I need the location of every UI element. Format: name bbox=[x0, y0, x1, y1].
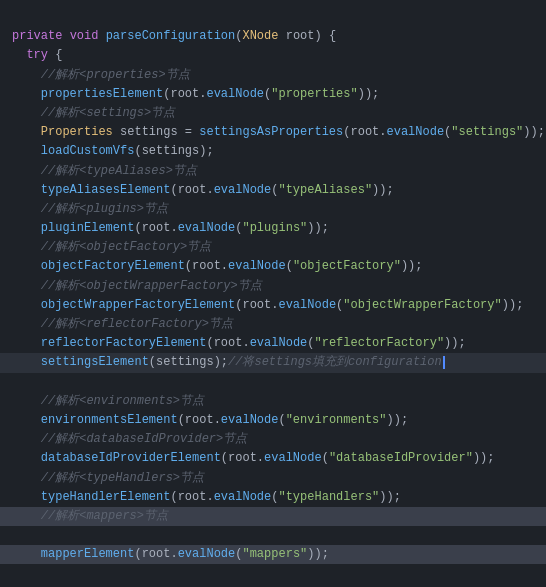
line-3: //解析<properties>节点 bbox=[12, 68, 190, 82]
line-18-cursor: settingsElement(settings);//将settings填充到… bbox=[0, 353, 546, 372]
line-24: typeHandlerElement(root.evalNode("typeHa… bbox=[12, 490, 401, 504]
line-19: //解析<environments>节点 bbox=[12, 394, 204, 408]
code-editor[interactable]: private void parseConfiguration(XNode ro… bbox=[0, 0, 546, 587]
line-26-selected: mapperElement(root.evalNode("mappers")); bbox=[0, 545, 546, 564]
line-21: //解析<databaseIdProvider>节点 bbox=[12, 432, 247, 446]
line-7: loadCustomVfs(settings); bbox=[12, 144, 214, 158]
line-4: propertiesElement(root.evalNode("propert… bbox=[12, 87, 379, 101]
line-16: //解析<reflectorFactory>节点 bbox=[12, 317, 233, 331]
line-11: pluginElement(root.evalNode("plugins")); bbox=[12, 221, 329, 235]
line-10: //解析<plugins>节点 bbox=[12, 202, 168, 216]
line-14: //解析<objectWrapperFactory>节点 bbox=[12, 279, 262, 293]
line-22: databaseIdProviderElement(root.evalNode(… bbox=[12, 451, 495, 465]
line-20: environmentsElement(root.evalNode("envir… bbox=[12, 413, 408, 427]
line-1: private void parseConfiguration(XNode ro… bbox=[12, 29, 336, 43]
line-12: //解析<objectFactory>节点 bbox=[12, 240, 211, 254]
line-25-selected: //解析<mappers>节点 bbox=[0, 507, 546, 526]
line-8: //解析<typeAliases>节点 bbox=[12, 164, 197, 178]
line-9: typeAliasesElement(root.evalNode("typeAl… bbox=[12, 183, 394, 197]
line-15: objectWrapperFactoryElement(root.evalNod… bbox=[12, 298, 523, 312]
line-2: try { bbox=[12, 48, 62, 62]
line-23: //解析<typeHandlers>节点 bbox=[12, 471, 204, 485]
line-5: //解析<settings>节点 bbox=[12, 106, 175, 120]
line-13: objectFactoryElement(root.evalNode("obje… bbox=[12, 259, 423, 273]
line-6: Properties settings = settingsAsProperti… bbox=[12, 125, 545, 139]
line-17: reflectorFactoryElement(root.evalNode("r… bbox=[12, 336, 466, 350]
